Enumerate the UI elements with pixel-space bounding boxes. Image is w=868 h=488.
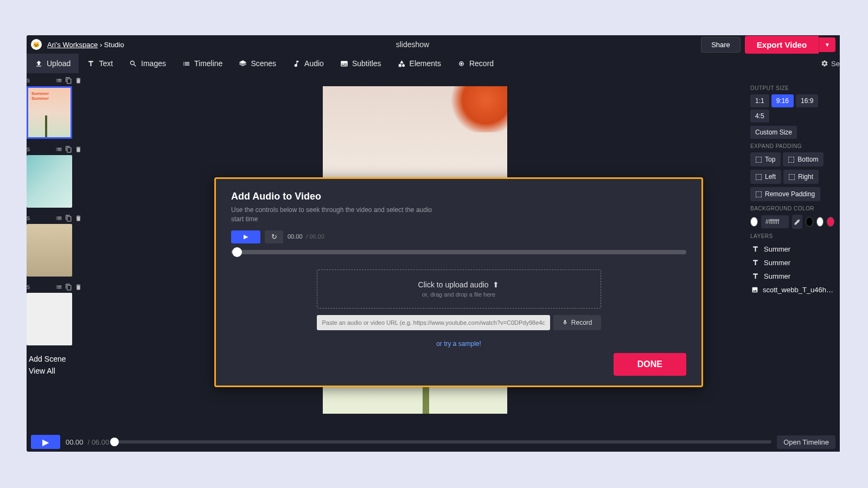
layer-label: Summer	[764, 259, 790, 267]
trash-icon[interactable]	[75, 146, 82, 153]
modal-restart-button[interactable]: ↻	[265, 230, 283, 243]
properties-panel: OUTPUT SIZE 1:1 9:16 16:9 4:5 Custom Siz…	[745, 73, 840, 394]
topbar: 🐱 Ari's Workspace › Studio slideshow Sha…	[27, 35, 840, 54]
upload-dropzone[interactable]: Click to upload audio ⬆ or, drag and dro…	[317, 269, 601, 309]
subtitles-icon	[340, 60, 348, 68]
ratio-1-1[interactable]: 1:1	[750, 94, 769, 107]
play-button[interactable]: ▶	[31, 435, 60, 449]
export-dropdown[interactable]: ▼	[819, 37, 835, 52]
subtitles-tool[interactable]: Subtitles	[332, 54, 390, 73]
try-sample-link[interactable]: or try a sample!	[231, 340, 686, 348]
app-window: 🐱 Ari's Workspace › Studio slideshow Sha…	[27, 35, 840, 452]
color-swatch-white[interactable]	[750, 217, 758, 227]
ratio-9-16[interactable]: 9:16	[771, 94, 794, 107]
modal-subtitle: Use the controls below to seek through t…	[231, 206, 437, 224]
layer-item[interactable]: scott_webb_T_u46h…	[750, 283, 834, 297]
scene-4[interactable]: s	[27, 282, 82, 345]
trash-icon[interactable]	[75, 215, 82, 222]
trash-icon[interactable]	[75, 77, 82, 84]
timeline-tool[interactable]: Timeline	[174, 54, 231, 73]
remove-padding[interactable]: Remove Padding	[750, 187, 820, 201]
svg-point-1	[461, 62, 463, 65]
reorder-icon[interactable]	[55, 284, 62, 291]
eyedropper-button[interactable]	[792, 215, 802, 229]
audio-tool[interactable]: Audio	[284, 54, 332, 73]
record-audio-button[interactable]: Record	[553, 315, 601, 330]
add-scene-button[interactable]: Add Scene	[29, 353, 82, 365]
modal-time-sep: /	[306, 233, 308, 240]
settings-tool[interactable]: Se	[821, 60, 840, 68]
layer-label: Summer	[764, 245, 790, 253]
share-button[interactable]: Share	[701, 37, 741, 53]
ratio-16-9[interactable]: 16:9	[796, 94, 818, 107]
modal-time-display: 00.00 / 06.00	[288, 233, 324, 240]
pad-right-label: Right	[798, 173, 813, 181]
record-icon	[457, 60, 465, 68]
layer-item[interactable]: Summer	[750, 269, 834, 283]
copy-icon[interactable]	[65, 146, 72, 153]
record-tool[interactable]: Record	[449, 54, 502, 73]
color-swatch-red[interactable]	[827, 217, 834, 227]
pad-bottom[interactable]: Bottom	[783, 152, 824, 166]
add-audio-modal: Add Audio to Video Use the controls belo…	[214, 177, 703, 387]
reorder-icon[interactable]	[55, 77, 62, 84]
done-button[interactable]: DONE	[614, 353, 686, 376]
bottom-timeline: ▶ 00.00 / 06.00 Open Timeline	[27, 432, 840, 452]
modal-title: Add Audio to Video	[231, 191, 686, 202]
scene-duration: s	[27, 214, 30, 222]
timeline-track[interactable]	[114, 440, 771, 444]
timeline-playhead[interactable]	[110, 438, 119, 446]
upload-tool[interactable]: Upload	[27, 54, 79, 73]
modal-play-button[interactable]: ▶	[231, 230, 260, 243]
audio-label: Audio	[304, 59, 324, 68]
elements-tool[interactable]: Elements	[390, 54, 449, 73]
copy-icon[interactable]	[65, 215, 72, 222]
custom-size-button[interactable]: Custom Size	[750, 126, 797, 139]
app-logo[interactable]: 🐱	[31, 39, 42, 50]
pad-right[interactable]: Right	[783, 170, 819, 184]
open-timeline-button[interactable]: Open Timeline	[777, 435, 835, 449]
output-size-label: OUTPUT SIZE	[750, 85, 834, 91]
audio-url-input[interactable]	[317, 315, 550, 330]
trash-icon[interactable]	[75, 284, 82, 291]
copy-icon[interactable]	[65, 77, 72, 84]
export-button[interactable]: Export Video	[745, 36, 819, 54]
layer-item[interactable]: Summer	[750, 242, 834, 256]
images-label: Images	[141, 59, 166, 68]
color-swatch-white2[interactable]	[816, 217, 824, 227]
modal-seek-track[interactable]	[231, 250, 686, 254]
scene-thumb-2[interactable]	[27, 155, 72, 208]
scene-3[interactable]: s	[27, 213, 82, 277]
workspace-link[interactable]: Ari's Workspace	[47, 41, 98, 49]
square-icon	[756, 191, 762, 197]
text-layer-icon	[751, 272, 760, 280]
scene-thumb-3[interactable]	[27, 224, 72, 277]
breadcrumb-studio: Studio	[104, 41, 124, 49]
text-tool[interactable]: Text	[79, 54, 121, 73]
layer-item[interactable]: Summer	[750, 256, 834, 269]
pad-left[interactable]: Left	[750, 170, 781, 184]
color-swatch-black[interactable]	[806, 217, 813, 227]
image-layer-icon	[751, 286, 758, 294]
pad-left-label: Left	[765, 173, 776, 181]
view-all-button[interactable]: View All	[29, 365, 82, 377]
scene-thumb-4[interactable]	[27, 293, 72, 345]
project-title[interactable]: slideshow	[124, 40, 701, 49]
reorder-icon[interactable]	[55, 215, 62, 222]
scenes-tool[interactable]: Scenes	[231, 54, 284, 73]
modal-seek-knob[interactable]	[232, 247, 242, 257]
square-icon	[788, 157, 794, 163]
canvas-content	[437, 86, 507, 132]
scene-1[interactable]: s SummerSummer	[27, 75, 82, 139]
hex-input[interactable]: #ffffff	[761, 215, 789, 228]
ratio-4-5[interactable]: 4:5	[750, 110, 769, 123]
pad-top[interactable]: Top	[750, 152, 781, 166]
scene-2[interactable]: s	[27, 144, 82, 208]
copy-icon[interactable]	[65, 284, 72, 291]
scene-thumb-1[interactable]: SummerSummer	[27, 86, 72, 139]
images-tool[interactable]: Images	[121, 54, 174, 73]
reorder-icon[interactable]	[55, 146, 62, 153]
modal-time-current: 00.00	[288, 233, 303, 240]
layer-label: Summer	[764, 272, 790, 280]
text-icon	[87, 60, 95, 68]
